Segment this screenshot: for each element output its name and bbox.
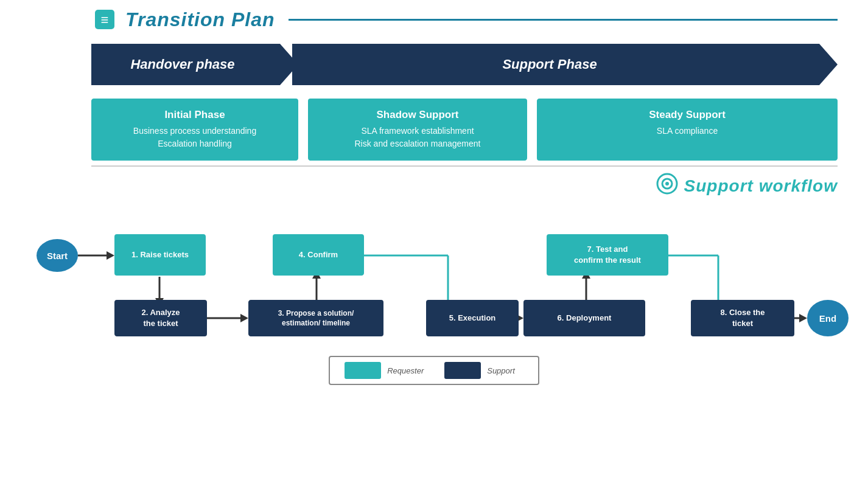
page-title: Transition Plan — [125, 9, 275, 31]
subphase-row: Initial Phase Business process understan… — [91, 99, 838, 161]
svg-point-4 — [665, 182, 669, 186]
support-workflow-header: Support workflow — [12, 173, 838, 199]
workflow-diagram: Start 1. Raise tickets 2. Analyze the ti… — [18, 210, 838, 350]
start-circle: Start — [37, 239, 78, 272]
step-5-execution: 5. Execution — [426, 300, 519, 336]
legend-teal-box — [345, 362, 381, 379]
support-workflow-icon — [656, 173, 678, 199]
svg-marker-22 — [799, 314, 807, 322]
step-6-deployment: 6. Deployment — [523, 300, 645, 336]
phase-arrows-row: Handover phase Support Phase — [91, 44, 838, 85]
step-3-propose-solution: 3. Propose a solution/ estimation/ timel… — [248, 300, 383, 336]
steady-support-box: Steady Support SLA compliance — [537, 99, 838, 161]
title-row: ≡ Transition Plan — [91, 6, 856, 33]
legend-dark-label: Support — [487, 366, 515, 375]
step-7-test-confirm: 7. Test and confirm the result — [547, 234, 668, 276]
shadow-support-box: Shadow Support SLA framework establishme… — [308, 99, 527, 161]
step-8-close-ticket: 8. Close the ticket — [691, 300, 794, 336]
end-circle: End — [807, 300, 849, 336]
page: ≡ Transition Plan Handover phase Support… — [0, 0, 868, 500]
legend-dark-box — [444, 362, 481, 379]
svg-marker-10 — [240, 314, 248, 322]
step-1-raise-tickets: 1. Raise tickets — [114, 234, 206, 276]
support-phase-arrow: Support Phase — [292, 44, 838, 85]
initial-phase-box: Initial Phase Business process understan… — [91, 99, 298, 161]
legend: Requester Support — [329, 356, 539, 385]
svg-marker-6 — [107, 251, 114, 260]
transition-plan-icon: ≡ — [91, 6, 118, 33]
svg-text:≡: ≡ — [101, 12, 109, 27]
title-divider — [289, 19, 838, 21]
section-divider — [91, 165, 838, 167]
legend-teal-label: Requester — [387, 366, 424, 375]
handover-phase-arrow: Handover phase — [91, 44, 298, 85]
support-workflow-title: Support workflow — [684, 176, 838, 196]
step-2-analyze-ticket: 2. Analyze the ticket — [114, 300, 207, 336]
step-4-confirm: 4. Confirm — [273, 234, 364, 276]
